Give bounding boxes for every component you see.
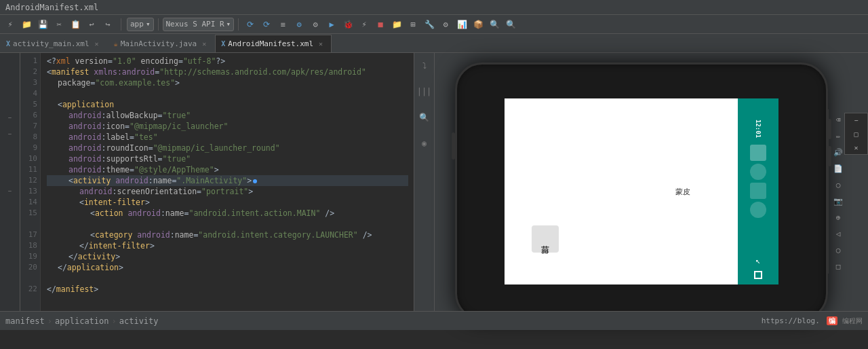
fold-marker-2[interactable]: − bbox=[3, 126, 18, 141]
sync2-button[interactable]: ⟳ bbox=[259, 17, 274, 32]
tab-close-main-activity[interactable]: ✕ bbox=[199, 39, 209, 49]
right-btn-circle[interactable]: ○ bbox=[831, 177, 846, 192]
status-bar: manifest › application › activity https:… bbox=[0, 311, 868, 330]
right-btn-volume[interactable]: 🔊 bbox=[831, 145, 846, 160]
tab-label-activity-main: activity_main.xml bbox=[13, 39, 90, 48]
status-url: https://blog. bbox=[762, 316, 820, 325]
breadcrumb-sep-2: › bbox=[112, 316, 117, 326]
tab-close-activity-main[interactable]: ✕ bbox=[92, 39, 102, 49]
code-line-6: android:allowBackup="true" bbox=[47, 110, 408, 121]
toolbar-left: ⚡ 📁 💾 ✂ 📋 ↩ ↪ bbox=[3, 17, 115, 32]
toolbar-icon-run1[interactable]: ≡ bbox=[275, 17, 290, 32]
code-line-8: android:label="tes" bbox=[47, 132, 408, 143]
toolbar-icon-run6[interactable]: ⊞ bbox=[406, 17, 420, 32]
toolbar-icon-run4[interactable]: ⚡ bbox=[357, 17, 372, 32]
screen-sidebar-icon-2 bbox=[750, 164, 766, 180]
toolbar-icon-4[interactable]: ✂ bbox=[52, 17, 66, 32]
app-dropdown-label: app bbox=[130, 20, 144, 29]
main-area: − − − 1 2 3 4 5 6 7 8 9 10 11 12 13 14 1… bbox=[0, 53, 868, 330]
breadcrumb-activity[interactable]: activity bbox=[119, 316, 159, 326]
right-btn-eraser[interactable]: ⌫ bbox=[831, 112, 846, 127]
right-btn-pen[interactable]: ✏ bbox=[831, 128, 846, 143]
screen-sidebar-icon-1 bbox=[750, 145, 766, 161]
screen-sidebar: 12:01 ↖ bbox=[738, 98, 778, 284]
tab-icon-xml-2: X bbox=[221, 40, 225, 48]
screen-main: 蒜苗 蒙皮 bbox=[505, 98, 738, 284]
left-gutter: − − − bbox=[0, 53, 20, 330]
line-numbers: 1 2 3 4 5 6 7 8 9 10 11 12 13 14 15 17 1… bbox=[20, 53, 41, 330]
app-dropdown-arrow: ▾ bbox=[146, 20, 151, 29]
breadcrumb-application[interactable]: application bbox=[55, 316, 108, 326]
right-btn-square[interactable]: □ bbox=[831, 259, 846, 274]
device-dropdown-arrow: ▾ bbox=[226, 20, 231, 29]
title-bar: AndroidManifest.xml bbox=[0, 0, 868, 15]
status-right: https://blog. 编 编程网 bbox=[762, 316, 863, 326]
app-dropdown[interactable]: app ▾ bbox=[127, 18, 154, 31]
fold-marker-3[interactable]: − bbox=[3, 183, 18, 198]
toolbar-icon-run5[interactable]: 📁 bbox=[389, 17, 404, 32]
toolbar-icon-2[interactable]: 📁 bbox=[19, 17, 34, 32]
toolbar-icon-run7[interactable]: 🔧 bbox=[422, 17, 437, 32]
stop-button[interactable]: ■ bbox=[373, 17, 388, 32]
breadcrumb-sep-1: › bbox=[47, 316, 52, 326]
code-line-11: android:theme="@style/AppTheme"> bbox=[47, 164, 408, 175]
toolbar-icon-run9[interactable]: 📊 bbox=[454, 17, 469, 32]
code-line-20: </application> bbox=[47, 262, 408, 273]
code-line-14: <intent-filter> bbox=[47, 197, 408, 208]
toolbar-icon-5[interactable]: 📋 bbox=[68, 17, 83, 32]
right-btn-back[interactable]: ◁ bbox=[831, 226, 846, 241]
tab-close-android-manifest[interactable]: ✕ bbox=[316, 39, 326, 49]
right-btn-file[interactable]: 📄 bbox=[831, 161, 846, 176]
phone-screen: 蒜苗 蒙皮 12:01 ↖ bbox=[505, 98, 778, 284]
float-minimize[interactable]: − bbox=[845, 113, 867, 127]
tab-activity-main[interactable]: X activity_main.xml ✕ bbox=[0, 35, 108, 52]
breadcrumb-manifest[interactable]: manifest bbox=[5, 316, 45, 326]
code-line-5: <application bbox=[47, 99, 408, 110]
toolbar-icon-run11[interactable]: 🔍 bbox=[487, 17, 502, 32]
right-btn-camera[interactable]: 📷 bbox=[831, 194, 846, 208]
side-tool-2[interactable]: ||| bbox=[417, 84, 432, 99]
screen-square-icon bbox=[754, 271, 762, 279]
code-line-19: </activity> bbox=[47, 251, 408, 262]
toolbar-icon-run10[interactable]: 📦 bbox=[471, 17, 486, 32]
watermark-text: 编程网 bbox=[842, 317, 863, 325]
float-maximize[interactable]: □ bbox=[845, 127, 867, 141]
float-close[interactable]: ✕ bbox=[845, 141, 867, 154]
tabs-bar: X activity_main.xml ✕ ☕ MainActivity.jav… bbox=[0, 34, 868, 53]
code-line-15: <action android:name="android.intent.act… bbox=[47, 208, 408, 219]
right-btn-home[interactable]: ○ bbox=[831, 242, 846, 257]
phone-vol-up bbox=[828, 119, 831, 139]
screen-sidebar-icon-4 bbox=[750, 202, 766, 218]
fold-marker-1[interactable]: − bbox=[3, 110, 18, 125]
tab-main-activity[interactable]: ☕ MainActivity.java ✕ bbox=[108, 35, 216, 52]
run-button[interactable]: ▶ bbox=[324, 17, 339, 32]
debug-button[interactable]: 🐞 bbox=[340, 17, 355, 32]
phone-preview: 蒜苗 蒙皮 12:01 ↖ bbox=[434, 53, 868, 330]
code-line-9: android:roundIcon="@mipmap/ic_launcher_r… bbox=[47, 143, 408, 153]
toolbar-icon-1[interactable]: ⚡ bbox=[3, 17, 18, 32]
undo-button[interactable]: ↩ bbox=[84, 17, 99, 32]
code-line-10: android:supportsRtl="true" bbox=[47, 153, 408, 164]
phone-device: 蒜苗 蒙皮 12:01 ↖ bbox=[455, 62, 828, 320]
redo-button[interactable]: ↪ bbox=[100, 17, 115, 32]
toolbar-icon-run2[interactable]: ⚙ bbox=[292, 17, 307, 32]
right-btn-zoom[interactable]: ⊕ bbox=[831, 210, 846, 225]
side-tool-4[interactable]: ◉ bbox=[417, 136, 432, 151]
search-button[interactable]: 🔍 bbox=[503, 17, 518, 32]
side-tools: ⤵ ||| 🔍 ◉ bbox=[414, 53, 434, 330]
sync-button[interactable]: ⟳ bbox=[243, 17, 258, 32]
tab-android-manifest[interactable]: X AndroidManifest.xml ✕ bbox=[215, 35, 332, 52]
side-tool-3[interactable]: 🔍 bbox=[417, 110, 432, 125]
code-line-2: <manifest xmlns:android="http://schemas.… bbox=[47, 67, 408, 77]
screen-sidebar-icon-3 bbox=[750, 183, 766, 199]
device-dropdown[interactable]: Nexus S API R ▾ bbox=[163, 18, 235, 31]
toolbar-icon-3[interactable]: 💾 bbox=[35, 17, 50, 32]
toolbar-icon-run8[interactable]: ⚙ bbox=[438, 17, 453, 32]
code-editor[interactable]: 1 2 3 4 5 6 7 8 9 10 11 12 13 14 15 17 1… bbox=[20, 53, 414, 330]
code-line-12: <activity android:name=".MainActivity"> bbox=[47, 175, 408, 186]
code-line-7: android:icon="@mipmap/ic_launcher" bbox=[47, 121, 408, 132]
toolbar-icon-run3[interactable]: ⚙ bbox=[308, 17, 323, 32]
toolbar-sep-2 bbox=[158, 18, 159, 31]
side-tool-1[interactable]: ⤵ bbox=[417, 58, 432, 73]
toolbar: ⚡ 📁 💾 ✂ 📋 ↩ ↪ app ▾ Nexus S API R ▾ ⟳ ⟳ … bbox=[0, 15, 868, 34]
